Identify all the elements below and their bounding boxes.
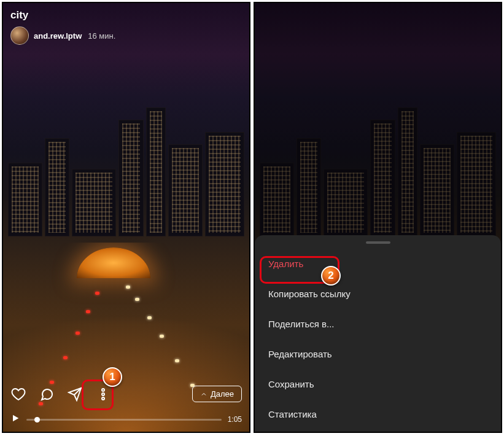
playback-controls: 1:05: [10, 413, 242, 426]
menu-share[interactable]: Поделиться в...: [255, 309, 501, 339]
duration-label: 1:05: [228, 415, 242, 424]
comment-icon[interactable]: [39, 386, 55, 402]
left-screenshot: city and.rew.lptw 16 мин. Далее: [2, 2, 250, 433]
play-icon[interactable]: [10, 413, 20, 426]
avatar[interactable]: [10, 26, 29, 45]
city-buildings: [3, 83, 249, 236]
menu-stats[interactable]: Статистика: [255, 399, 501, 429]
user-row[interactable]: and.rew.lptw 16 мин.: [10, 26, 242, 45]
share-icon[interactable]: [67, 386, 83, 402]
timestamp: 16 мин.: [88, 31, 115, 41]
city-road: [3, 243, 249, 432]
right-screenshot: Удалить Копировать ссылку Поделиться в..…: [254, 2, 502, 433]
callout-badge-1: 1: [103, 367, 122, 387]
like-icon[interactable]: [10, 386, 26, 402]
progress-bar[interactable]: [26, 419, 222, 421]
sheet-handle[interactable]: [366, 241, 390, 244]
progress-knob[interactable]: [34, 417, 40, 422]
callout-badge-2: 2: [321, 266, 341, 286]
next-button[interactable]: Далее: [192, 386, 242, 402]
username[interactable]: and.rew.lptw: [34, 31, 82, 41]
menu-save[interactable]: Сохранить: [255, 369, 501, 399]
next-label: Далее: [211, 389, 234, 399]
video-header: city and.rew.lptw 16 мин.: [10, 9, 242, 45]
video-title: city: [10, 9, 242, 21]
action-bar: Далее: [10, 386, 242, 402]
menu-edit[interactable]: Редактировать: [255, 339, 501, 369]
